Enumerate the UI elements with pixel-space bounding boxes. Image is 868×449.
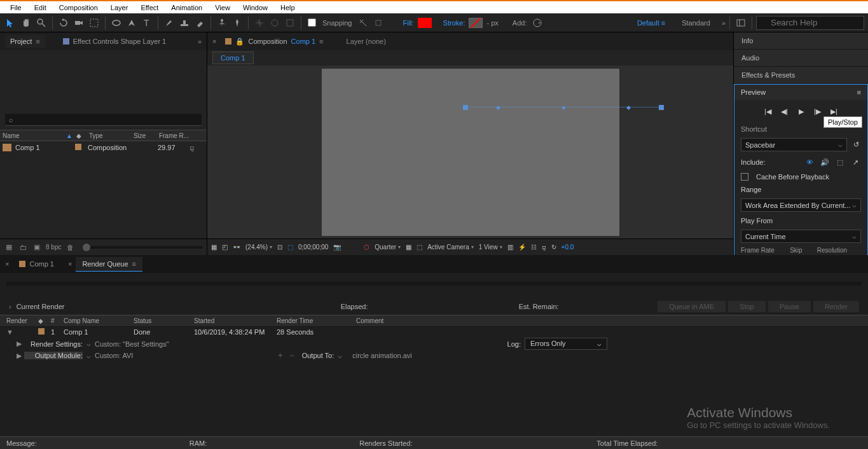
shortcut-dropdown[interactable]: Spacebar [741, 138, 847, 151]
menu-effect[interactable]: Effect [134, 3, 165, 13]
first-frame-button[interactable]: |◀ [763, 106, 773, 116]
view-dropdown[interactable]: 1 View [479, 244, 502, 251]
reset-exposure-icon[interactable]: ↻ [551, 244, 556, 251]
transparent-icon[interactable]: ▦ [406, 244, 411, 251]
comp-breadcrumb[interactable]: Comp 1 [212, 52, 254, 64]
next-frame-button[interactable]: |▶ [813, 106, 823, 116]
timecode[interactable]: 0;00;00;00 [298, 244, 328, 251]
fill-label[interactable]: Fill: [403, 19, 414, 27]
include-video-icon[interactable]: 👁 [804, 156, 815, 168]
flowchart-icon[interactable]: ⚼ [542, 244, 546, 251]
col-type[interactable]: Type [89, 132, 134, 139]
stop-button[interactable]: Stop [728, 301, 766, 312]
menu-composition[interactable]: Composition [53, 3, 104, 13]
grid-icon[interactable]: ▦ [211, 244, 217, 251]
mask-icon[interactable]: 👓 [233, 244, 240, 251]
menu-edit[interactable]: Edit [28, 3, 53, 13]
timeline-tab-comp[interactable]: Comp 1 [13, 257, 60, 271]
snap-opt-2[interactable] [371, 16, 385, 30]
add-button[interactable] [530, 16, 544, 30]
range-dropdown[interactable]: Work Area Extended By Current... [741, 198, 861, 212]
menu-file[interactable]: File [4, 3, 28, 13]
menu-window[interactable]: Window [237, 3, 274, 13]
bpc-label[interactable]: 8 bpc [46, 244, 61, 251]
folder-icon[interactable]: 🗀 [18, 242, 28, 252]
timeline-icon[interactable]: ☷ [531, 244, 537, 251]
output-to-dropdown-icon[interactable]: ⌵ [338, 352, 342, 360]
flowchart-icon[interactable]: ⚼ [189, 144, 195, 152]
col-compname[interactable]: Comp Name [64, 317, 134, 324]
fast-preview-icon[interactable]: ⚡ [518, 244, 526, 251]
menu-help[interactable]: Help [274, 3, 301, 13]
expand-arrow-icon[interactable]: ▶ [17, 352, 24, 360]
output-to-value[interactable]: circle animation.avi [352, 352, 412, 359]
output-module-value[interactable]: Custom: AVI [95, 352, 133, 359]
puppet-tool[interactable] [215, 16, 229, 30]
expand-arrow-icon[interactable]: ▼ [6, 328, 14, 336]
pen-tool[interactable] [125, 16, 139, 30]
workspace-default[interactable]: Default ≡ [632, 19, 670, 27]
workspace-icon[interactable] [734, 16, 748, 30]
composition-viewer[interactable] [207, 66, 733, 238]
3d-icon[interactable]: ⬚ [417, 244, 422, 251]
pixel-aspect-icon[interactable]: ▥ [507, 244, 513, 251]
expand-arrow-icon[interactable]: ▶ [17, 340, 24, 348]
cache-checkbox[interactable] [741, 173, 748, 181]
snapping-checkbox[interactable] [308, 18, 316, 27]
menu-animation[interactable]: Animation [165, 3, 209, 13]
resolution-icon[interactable]: ⊡ [277, 244, 282, 251]
snapshot-icon[interactable]: 📷 [333, 244, 341, 251]
rq-item-row[interactable]: ▼ 1 Comp 1 Done 10/6/2019, 4:38:24 PM 28… [0, 327, 868, 337]
quality-dropdown[interactable]: Quarter [375, 244, 401, 251]
col-name[interactable]: Name [3, 132, 66, 139]
info-panel-tab[interactable]: Info [734, 32, 868, 50]
text-tool[interactable]: T [140, 16, 154, 30]
output-module-dropdown-icon[interactable]: ⌵ [86, 352, 91, 360]
col-render[interactable]: Render [6, 317, 38, 324]
eraser-tool[interactable] [193, 16, 207, 30]
render-settings-dropdown-icon[interactable]: ⌵ [86, 340, 91, 348]
add-remove-output-icon[interactable]: + − [278, 351, 296, 360]
include-audio-icon[interactable]: 🔊 [819, 156, 830, 168]
thumbnail-slider[interactable] [83, 246, 203, 249]
panel-overflow-icon[interactable]: » [198, 38, 202, 45]
workspace-standard[interactable]: Standard [674, 19, 718, 27]
project-search[interactable]: ⌕ [5, 114, 202, 126]
prev-frame-button[interactable]: ◀| [780, 106, 790, 116]
channel-icon[interactable]: ⬡ [364, 244, 369, 251]
trash-icon[interactable]: 🗑 [65, 242, 75, 252]
shape-tool[interactable] [109, 16, 123, 30]
stroke-swatch[interactable] [469, 18, 483, 28]
snap-opt-1[interactable] [356, 16, 370, 30]
project-tab[interactable]: Project ≡ [5, 35, 45, 48]
last-frame-button[interactable]: ▶| [829, 106, 839, 116]
menu-view[interactable]: View [209, 3, 237, 13]
exposure-value[interactable]: +0.0 [561, 244, 574, 251]
project-item-row[interactable]: Comp 1 Composition 29.97 ⚼ [0, 141, 207, 154]
rotate-tool[interactable] [57, 16, 71, 30]
search-help-input[interactable] [756, 16, 864, 30]
col-tag-icon[interactable]: ◆ [76, 132, 89, 139]
col-size[interactable]: Size [134, 132, 159, 139]
zoom-dropdown[interactable]: (24.4%) [245, 244, 272, 251]
expand-current-icon[interactable]: › [9, 303, 11, 310]
zoom-tool[interactable] [34, 16, 48, 30]
col-started[interactable]: Started [194, 317, 277, 324]
pause-button[interactable]: Pause [768, 301, 811, 312]
axis-tool-3[interactable] [283, 16, 297, 30]
col-rendertime[interactable]: Render Time [277, 317, 356, 324]
col-status[interactable]: Status [134, 317, 194, 324]
include-overlay-icon[interactable]: ⬚ [834, 156, 846, 168]
axis-tool-2[interactable] [268, 16, 282, 30]
roi-icon[interactable]: ⬚ [287, 244, 293, 251]
pin-tool[interactable] [230, 16, 244, 30]
camera-tool[interactable] [72, 16, 86, 30]
menu-layer[interactable]: Layer [104, 3, 135, 13]
col-framerate[interactable]: Frame R... [159, 132, 191, 139]
col-comment[interactable]: Comment [356, 317, 420, 324]
comp-new-icon[interactable]: ▣ [32, 242, 42, 252]
log-dropdown[interactable]: Errors Only [525, 338, 607, 350]
effect-controls-tab[interactable]: Effect Controls Shape Layer 1 [58, 35, 172, 48]
reset-shortcut-icon[interactable]: ↺ [851, 140, 861, 150]
clone-tool[interactable] [177, 16, 191, 30]
